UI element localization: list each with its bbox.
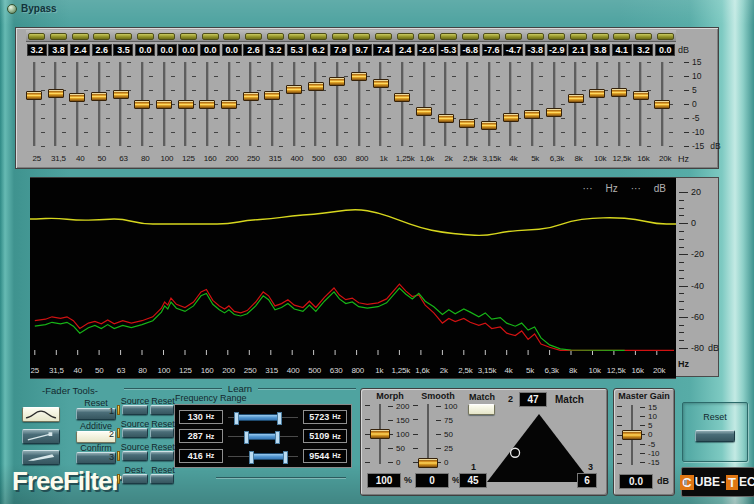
band-snap-led[interactable] [397, 33, 414, 40]
bypass-toggle[interactable]: Bypass [7, 3, 57, 14]
band-fader-knob[interactable] [221, 100, 237, 109]
band-snap-led[interactable] [635, 33, 652, 40]
band-fader-knob[interactable] [416, 107, 432, 116]
range-slider[interactable] [228, 410, 298, 424]
band-fader-knob[interactable] [351, 72, 367, 81]
band-freq-label: 4k [503, 152, 525, 164]
band-snap-led[interactable] [267, 33, 284, 40]
display-scale-tick [679, 231, 684, 232]
learn-source-button[interactable] [122, 428, 148, 438]
morph-knob[interactable] [370, 429, 390, 439]
band-fader-knob[interactable] [503, 113, 519, 122]
band-value: 0.0 [222, 44, 242, 56]
band-fader-knob[interactable] [481, 121, 497, 130]
learn-source-button[interactable] [122, 405, 148, 415]
band-value: 3.8 [590, 44, 610, 56]
band-fader-knob[interactable] [26, 91, 42, 100]
band-snap-led[interactable] [93, 33, 110, 40]
band-snap-led[interactable] [223, 33, 240, 40]
draw-tool-button[interactable] [22, 450, 60, 465]
band-fader-knob[interactable] [373, 79, 389, 88]
band-fader-knob[interactable] [568, 94, 584, 103]
band-fader-knob[interactable] [69, 93, 85, 102]
band-fader-knob[interactable] [113, 90, 129, 99]
band-snap-led[interactable] [72, 33, 89, 40]
band-snap-led[interactable] [548, 33, 565, 40]
band-snap-led[interactable] [440, 33, 457, 40]
band-snap-led[interactable] [245, 33, 262, 40]
display-freq-label: 400 [282, 366, 304, 375]
tick-icon [640, 407, 645, 408]
band-fader-knob[interactable] [264, 91, 280, 100]
band-snap-led[interactable] [180, 33, 197, 40]
band-fader-knob[interactable] [633, 91, 649, 100]
band-snap-led[interactable] [332, 33, 349, 40]
band-snap-led[interactable] [310, 33, 327, 40]
learn-source-button[interactable] [122, 451, 148, 461]
learn-reset-button[interactable] [150, 428, 174, 438]
band-snap-led[interactable] [202, 33, 219, 40]
band-fader-knob[interactable] [243, 92, 259, 101]
band-fader-knob[interactable] [654, 100, 670, 109]
band-value: 0.0 [178, 44, 198, 56]
band-snap-led[interactable] [28, 33, 45, 40]
band-snap-led[interactable] [288, 33, 305, 40]
band-snap-led[interactable] [527, 33, 544, 40]
display-freq-label: 63 [110, 366, 132, 375]
band-snap-led[interactable] [137, 33, 154, 40]
band-snap-led[interactable] [505, 33, 522, 40]
band-snap-led[interactable] [115, 33, 132, 40]
range-slider-bar[interactable] [235, 414, 281, 421]
band-fader-slot [546, 58, 568, 150]
band-snap-led[interactable] [375, 33, 392, 40]
tick-icon [388, 462, 393, 463]
spectrum-curves [30, 178, 676, 378]
learn-reset-button[interactable] [150, 474, 174, 484]
band-fader-knob[interactable] [589, 89, 605, 98]
band-fader-knob[interactable] [178, 100, 194, 109]
display-scale-tick [679, 301, 684, 302]
band-fader-knob[interactable] [394, 93, 410, 102]
range-slider-bar[interactable] [250, 453, 288, 460]
band-fader-knob[interactable] [546, 108, 562, 117]
band-fader-knob[interactable] [134, 100, 150, 109]
band-fader-knob[interactable] [286, 85, 302, 94]
band-snap-led[interactable] [613, 33, 630, 40]
band-snap-led[interactable] [592, 33, 609, 40]
band-snap-led[interactable] [483, 33, 500, 40]
band-fader-knob[interactable] [459, 119, 475, 128]
range-slider-bar[interactable] [245, 433, 279, 440]
range-slider[interactable] [228, 429, 298, 443]
output-reset-button[interactable] [695, 430, 735, 442]
band-fader-knob[interactable] [91, 92, 107, 101]
band-snap-led[interactable] [353, 33, 370, 40]
band-fader-knob[interactable] [199, 100, 215, 109]
band-fader-slot [568, 58, 590, 150]
band-snap-led[interactable] [158, 33, 175, 40]
band-fader-knob[interactable] [156, 100, 172, 109]
smooth-scale-label: 0 [436, 458, 463, 466]
band-snap-led[interactable] [657, 33, 674, 40]
display-freq-label: 10k [584, 366, 606, 375]
band-snap-led[interactable] [462, 33, 479, 40]
learn-reset-button[interactable] [150, 405, 174, 415]
band-fader-knob[interactable] [438, 114, 454, 123]
curve-tool-button[interactable] [22, 407, 60, 422]
band-snap-led[interactable] [418, 33, 435, 40]
learn-reset-button[interactable] [150, 451, 174, 461]
band-fader-knob[interactable] [524, 110, 540, 119]
band-snap-led[interactable] [570, 33, 587, 40]
master-gain-knob[interactable] [622, 430, 642, 440]
band-snap-led[interactable] [50, 33, 67, 40]
fader-track [271, 62, 273, 146]
fader-ticks [301, 62, 305, 147]
learn-dest-button[interactable] [122, 474, 148, 484]
band-fader-knob[interactable] [308, 82, 324, 91]
smooth-knob[interactable] [418, 458, 438, 468]
band-fader-knob[interactable] [611, 88, 627, 97]
line-tool-button[interactable] [22, 429, 60, 444]
band-fader-knob[interactable] [329, 77, 345, 86]
smooth-scale-label: 25 [436, 444, 463, 452]
range-slider[interactable] [228, 449, 298, 463]
band-fader-knob[interactable] [48, 89, 64, 98]
